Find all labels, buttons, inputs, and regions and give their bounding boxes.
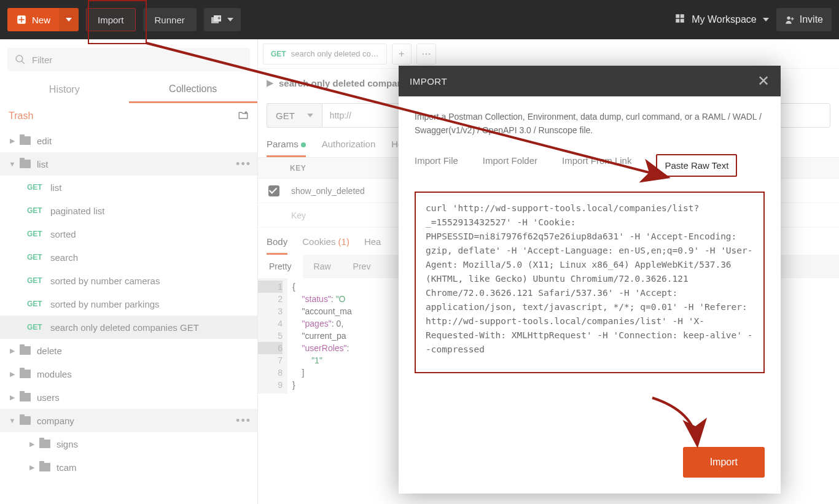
new-label: New: [32, 15, 50, 25]
invite-icon: [785, 15, 795, 25]
windows-icon: +: [211, 15, 222, 24]
grid-icon: [674, 13, 685, 26]
svg-rect-7: [681, 14, 684, 18]
svg-rect-2: [19, 19, 25, 20]
topbar: New Import Runner + My Workspace Invite: [0, 0, 839, 39]
svg-rect-9: [681, 19, 684, 23]
import-button[interactable]: Import: [86, 8, 136, 31]
tab-import-file[interactable]: Import File: [415, 154, 458, 177]
modal-title: IMPORT: [410, 76, 447, 87]
svg-rect-6: [676, 14, 679, 18]
invite-button[interactable]: Invite: [776, 8, 832, 31]
tab-import-link[interactable]: Import From Link: [562, 154, 631, 177]
modal-import-button[interactable]: Import: [683, 447, 765, 478]
tab-paste-raw[interactable]: Paste Raw Text: [656, 154, 737, 177]
svg-point-10: [787, 17, 790, 20]
close-icon[interactable]: ✕: [757, 72, 770, 90]
svg-rect-8: [676, 19, 679, 23]
new-dropdown[interactable]: [59, 8, 79, 31]
import-modal: IMPORT ✕ Import a Postman Collection, En…: [399, 66, 781, 494]
new-button[interactable]: New: [7, 8, 59, 31]
svg-text:+: +: [217, 15, 220, 21]
tab-import-folder[interactable]: Import Folder: [483, 154, 537, 177]
raw-text-input[interactable]: [416, 193, 763, 373]
runner-button[interactable]: Runner: [143, 8, 197, 31]
new-window-button[interactable]: +: [204, 8, 241, 31]
workspace-selector[interactable]: My Workspace: [674, 13, 769, 26]
modal-description: Import a Postman Collection, Environment…: [415, 110, 765, 137]
